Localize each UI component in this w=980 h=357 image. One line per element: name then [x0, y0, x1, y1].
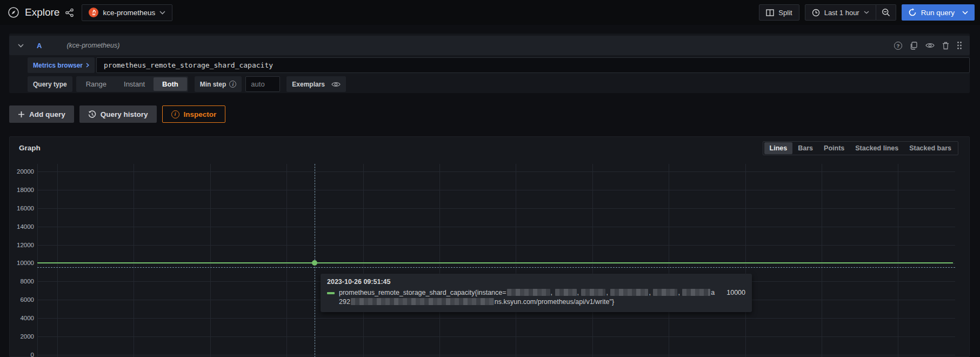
top-nav-actions: Split Last 1 hour Run query — [759, 4, 975, 21]
datasource-picker[interactable]: kce-prometheus — [82, 4, 172, 21]
redacted-text — [555, 289, 577, 296]
redacted-text — [507, 289, 550, 296]
query-editor-panel: A (kce-prometheus) ? Metrics browser — [9, 34, 970, 93]
time-range-label: Last 1 hour — [824, 9, 859, 17]
run-query-button[interactable]: Run query — [902, 4, 975, 21]
tooltip-series-row: prometheus_remote_storage_shard_capacity… — [327, 288, 745, 298]
tooltip-series-continuation: 292ns.ksyun.com/prometheus/api/v1/write"… — [339, 298, 745, 307]
magnifier-minus-icon — [882, 8, 890, 17]
info-icon: i — [229, 81, 236, 88]
mode-bars[interactable]: Bars — [792, 142, 818, 154]
exemplars-eye-icon — [331, 81, 341, 88]
metrics-browser-button[interactable]: Metrics browser — [28, 57, 95, 73]
y-tick-label: 14000 — [10, 223, 34, 230]
y-tick-label: 10000 — [10, 259, 34, 267]
chevron-right-icon — [86, 63, 89, 68]
query-type-option-instant[interactable]: Instant — [115, 77, 154, 91]
min-step-input[interactable] — [245, 76, 280, 92]
split-icon — [766, 9, 774, 17]
refresh-icon — [908, 8, 917, 17]
graph-panel: Graph Lines Bars Points Stacked lines St… — [9, 136, 970, 357]
query-type-option-both[interactable]: Both — [154, 77, 187, 91]
query-datasource-hint: (kce-prometheus) — [66, 42, 119, 49]
top-nav-bar: Explore kce-prometheus Split Last 1 hour — [0, 0, 980, 25]
query-row-actions: ? — [894, 36, 962, 55]
query-type-label: Query type — [28, 76, 72, 92]
split-label: Split — [778, 9, 792, 17]
clock-icon — [812, 9, 820, 17]
mode-stacked-lines[interactable]: Stacked lines — [850, 142, 904, 154]
y-tick-label: 18000 — [10, 186, 34, 194]
min-step-label: Min step — [200, 81, 226, 88]
delete-query-trash-icon[interactable] — [942, 42, 949, 50]
time-range-button[interactable]: Last 1 hour — [805, 4, 876, 21]
crosshair-horizontal — [37, 267, 955, 268]
redacted-text — [351, 298, 494, 305]
toggle-visibility-eye-icon[interactable] — [925, 42, 935, 49]
query-expression-text: prometheus_remote_storage_shard_capacity — [104, 61, 273, 69]
plus-icon — [18, 111, 25, 118]
query-options-row: Query type Range Instant Both Min step i… — [28, 76, 346, 92]
y-tick-label: 2000 — [10, 333, 34, 340]
query-expression-input[interactable]: prometheus_remote_storage_shard_capacity — [96, 57, 970, 73]
mode-points[interactable]: Points — [818, 142, 850, 154]
y-tick-label: 4000 — [10, 314, 34, 322]
mode-stacked-bars[interactable]: Stacked bars — [904, 142, 957, 154]
tooltip-value: 10000 — [719, 288, 745, 298]
page-title: Explore — [25, 6, 59, 18]
chevron-down-icon — [159, 11, 165, 15]
hover-point-dot — [312, 260, 317, 266]
graph-tooltip: 2023-10-26 09:51:45 prometheus_remote_st… — [321, 274, 752, 312]
min-step-label-box: Min step i — [195, 76, 242, 92]
collapse-chevron-icon[interactable] — [18, 44, 24, 48]
query-row-header[interactable]: A (kce-prometheus) ? — [9, 36, 970, 55]
graph-panel-title: Graph — [19, 144, 41, 152]
plot-area[interactable] — [37, 164, 955, 357]
series-line-10000 — [37, 262, 953, 263]
chevron-down-icon — [864, 11, 869, 14]
drag-handle-icon[interactable] — [957, 41, 962, 50]
exemplars-toggle[interactable]: Exemplars — [286, 76, 346, 92]
history-icon — [88, 110, 96, 118]
query-history-label: Query history — [101, 110, 148, 118]
time-picker-group: Last 1 hour — [805, 4, 896, 21]
inspector-button[interactable]: i Inspector — [162, 105, 226, 123]
grafana-explore-screen: Explore kce-prometheus Split Last 1 hour — [0, 0, 980, 357]
inspector-info-icon: i — [171, 110, 179, 118]
zoom-out-time-button[interactable] — [876, 4, 896, 21]
copy-query-icon[interactable] — [910, 42, 918, 50]
query-history-button[interactable]: Query history — [79, 105, 157, 123]
metrics-browser-label: Metrics browser — [33, 62, 83, 69]
help-icon[interactable]: ? — [894, 42, 902, 50]
prometheus-icon — [89, 8, 98, 17]
query-ref-id[interactable]: A — [37, 42, 42, 50]
y-tick-label: 6000 — [10, 296, 34, 303]
explore-actions-row: Add query Query history i Inspector — [9, 105, 225, 123]
run-query-label: Run query — [921, 9, 955, 17]
redacted-text — [581, 289, 605, 296]
datasource-name: kce-prometheus — [103, 9, 155, 17]
y-tick-label: 8000 — [10, 277, 34, 285]
split-button[interactable]: Split — [759, 4, 799, 21]
redacted-text — [682, 289, 710, 296]
share-icon[interactable] — [65, 8, 74, 17]
y-tick-label: 16000 — [10, 204, 34, 212]
query-type-segmented-control: Range Instant Both — [76, 76, 188, 92]
add-query-button[interactable]: Add query — [9, 105, 74, 123]
tooltip-timestamp: 2023-10-26 09:51:45 — [327, 278, 745, 286]
series-color-swatch — [327, 292, 335, 294]
graph-mode-group: Lines Bars Points Stacked lines Stacked … — [763, 141, 958, 155]
explore-compass-icon — [8, 6, 19, 18]
redacted-text — [610, 289, 648, 296]
tooltip-series-text: prometheus_remote_storage_shard_capacity… — [339, 288, 715, 298]
y-tick-label: 0 — [10, 351, 34, 357]
add-query-label: Add query — [29, 110, 65, 118]
chevron-down-icon — [962, 11, 968, 15]
y-tick-label: 12000 — [10, 241, 34, 249]
y-tick-label: 20000 — [10, 168, 34, 175]
query-type-option-range[interactable]: Range — [77, 77, 115, 91]
inspector-label: Inspector — [184, 110, 217, 118]
mode-lines[interactable]: Lines — [764, 142, 793, 154]
exemplars-label: Exemplars — [292, 81, 325, 88]
redacted-text — [653, 289, 677, 296]
